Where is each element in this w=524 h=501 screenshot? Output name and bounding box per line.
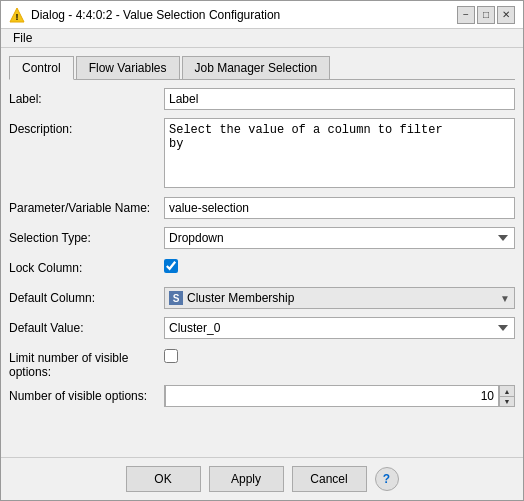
spinner-up-button[interactable]: ▲ [500,386,514,396]
default-column-control: S Cluster Membership ▼ [164,287,515,309]
maximize-button[interactable]: □ [477,6,495,24]
param-input[interactable] [164,197,515,219]
label-field-control [164,88,515,110]
param-row: Parameter/Variable Name: [9,197,515,221]
tab-control[interactable]: Control [9,56,74,80]
selection-type-label: Selection Type: [9,227,164,245]
spinner-down-button[interactable]: ▼ [500,396,514,406]
help-button[interactable]: ? [375,467,399,491]
description-label: Description: [9,118,164,136]
description-row: Description: Select the value of a colum… [9,118,515,191]
num-visible-row: Number of visible options: ▲ ▼ [9,385,515,409]
description-control: Select the value of a column to filter b… [164,118,515,191]
default-column-widget[interactable]: S Cluster Membership ▼ [164,287,515,309]
description-input[interactable]: Select the value of a column to filter b… [164,118,515,188]
selection-type-select[interactable]: Dropdown List Box Radio Buttons [164,227,515,249]
tab-job-manager[interactable]: Job Manager Selection [182,56,331,79]
main-window: ! Dialog - 4:4:0:2 - Value Selection Con… [0,0,524,501]
limit-visible-label: Limit number of visible options: [9,347,164,379]
lock-column-control [164,257,515,273]
title-bar: ! Dialog - 4:4:0:2 - Value Selection Con… [1,1,523,29]
file-menu[interactable]: File [9,29,36,47]
num-visible-label: Number of visible options: [9,385,164,403]
selection-type-control: Dropdown List Box Radio Buttons [164,227,515,249]
lock-column-label: Lock Column: [9,257,164,275]
cancel-button[interactable]: Cancel [292,466,367,492]
window-controls: − □ ✕ [457,6,515,24]
close-button[interactable]: ✕ [497,6,515,24]
default-column-arrow-icon: ▼ [500,293,510,304]
default-value-select[interactable]: Cluster_0 Cluster_1 Cluster_2 [164,317,515,339]
limit-visible-control [164,347,515,363]
default-value-row: Default Value: Cluster_0 Cluster_1 Clust… [9,317,515,341]
default-value-label: Default Value: [9,317,164,335]
tab-bar: Control Flow Variables Job Manager Selec… [9,56,515,80]
window-title: Dialog - 4:4:0:2 - Value Selection Confi… [31,8,457,22]
default-column-text: Cluster Membership [187,291,500,305]
selection-type-row: Selection Type: Dropdown List Box Radio … [9,227,515,251]
dialog-content: Control Flow Variables Job Manager Selec… [1,48,523,457]
bottom-bar: OK Apply Cancel ? [1,457,523,500]
ok-button[interactable]: OK [126,466,201,492]
tab-flow-variables[interactable]: Flow Variables [76,56,180,79]
default-column-row: Default Column: S Cluster Membership ▼ [9,287,515,311]
limit-visible-checkbox[interactable] [164,349,178,363]
label-row: Label: [9,88,515,112]
limit-visible-row: Limit number of visible options: [9,347,515,379]
label-field-label: Label: [9,88,164,106]
form-area: Label: Description: Select the value of … [9,88,515,449]
param-control [164,197,515,219]
lock-column-row: Lock Column: [9,257,515,281]
num-visible-input[interactable] [165,385,499,407]
lock-column-checkbox[interactable] [164,259,178,273]
num-visible-control: ▲ ▼ [164,385,515,407]
default-column-label: Default Column: [9,287,164,305]
app-icon: ! [9,7,25,23]
default-value-control: Cluster_0 Cluster_1 Cluster_2 [164,317,515,339]
param-label: Parameter/Variable Name: [9,197,164,215]
s-badge: S [169,291,183,305]
label-input[interactable] [164,88,515,110]
apply-button[interactable]: Apply [209,466,284,492]
spinner-widget: ▲ ▼ [164,385,515,407]
menu-bar: File [1,29,523,48]
spinner-buttons: ▲ ▼ [499,386,514,406]
minimize-button[interactable]: − [457,6,475,24]
svg-text:!: ! [16,12,19,22]
